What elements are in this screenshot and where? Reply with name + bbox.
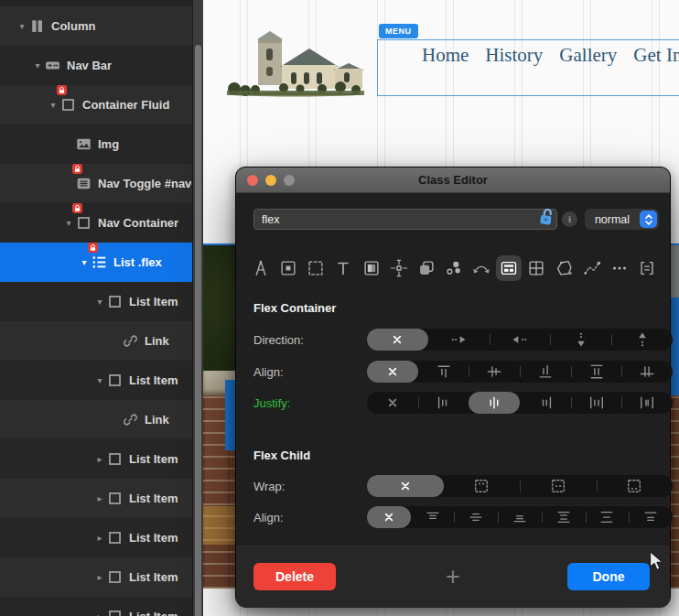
border-tab[interactable]	[275, 255, 301, 281]
state-dropdown[interactable]: normal	[585, 209, 659, 230]
layer-row-nav-bar[interactable]: ▾Nav Bar	[0, 46, 192, 85]
layer-row-nav-container[interactable]: ▾Nav Container	[0, 203, 192, 243]
wrap-option-wrap-bottom[interactable]	[597, 475, 674, 497]
compass-tab[interactable]	[248, 255, 274, 281]
grid-tab[interactable]	[523, 255, 549, 281]
animation-tab[interactable]	[579, 255, 605, 281]
layer-row-list-item[interactable]: ▸List Item	[0, 518, 192, 557]
layer-row-link[interactable]: Link	[0, 400, 192, 439]
disclosure-triangle[interactable]: ▾	[15, 21, 29, 31]
direction-option-column[interactable]	[550, 329, 611, 351]
direction-option-row-reverse[interactable]	[490, 329, 551, 351]
flex-layout-tab[interactable]	[496, 255, 522, 281]
direction-option-column-reverse[interactable]	[611, 329, 673, 351]
navbar-icon	[45, 58, 65, 73]
nav-link-gallery[interactable]: Gallery	[559, 44, 617, 67]
container-icon	[107, 609, 127, 616]
sidebar-scrollbar[interactable]	[192, 0, 203, 616]
dimensions-tab[interactable]	[386, 255, 412, 281]
layer-row-list-item[interactable]: ▸List Item	[0, 439, 192, 479]
shape-tab[interactable]	[552, 255, 577, 281]
menu-element-badge[interactable]: MENU	[379, 24, 418, 38]
custom-css-tab[interactable]	[634, 255, 660, 281]
spacing-tab[interactable]	[303, 255, 329, 281]
layer-row-nav-toggle-nav-toggle[interactable]: Nav Toggle #nav-toggle	[0, 164, 192, 203]
align-option-align-start[interactable]	[418, 361, 469, 383]
done-button[interactable]: Done	[567, 563, 650, 590]
child_align-option-self-between[interactable]	[586, 506, 630, 528]
dialog-titlebar[interactable]: Class Editor	[236, 168, 670, 193]
nav-link-get-involved[interactable]: Get Involved	[633, 44, 679, 67]
zoom-window-button[interactable]	[284, 175, 295, 186]
add-class-button[interactable]: +	[435, 561, 471, 592]
layer-row-container-fluid[interactable]: ▾Container Fluid	[0, 85, 192, 124]
wrap-option-wrap-top[interactable]	[444, 475, 521, 497]
layer-row-list-item[interactable]: ▸List Item	[0, 597, 192, 616]
close-window-button[interactable]	[247, 175, 258, 186]
child_align-option-self-bottom[interactable]	[498, 506, 542, 528]
disclosure-triangle[interactable]: ▾	[92, 297, 107, 307]
align-option-align-baseline[interactable]	[621, 361, 673, 383]
disclosure-triangle[interactable]: ▾	[30, 60, 45, 70]
container-icon	[76, 215, 96, 231]
disclosure-triangle[interactable]: ▸	[92, 533, 107, 543]
layer-row-list-item[interactable]: ▸List Item	[0, 557, 192, 597]
child_align-option-self-around[interactable]	[629, 506, 673, 528]
background-tab[interactable]	[359, 255, 384, 281]
disclosure-triangle[interactable]: ▸	[92, 572, 107, 582]
disclosure-triangle[interactable]: ▸	[92, 454, 107, 464]
container-icon	[107, 451, 127, 467]
nav-link-home[interactable]: Home	[422, 44, 469, 67]
child_align-option-self-top[interactable]	[411, 506, 455, 528]
justify-option-justify-end[interactable]	[520, 392, 571, 414]
disclosure-triangle[interactable]: ▸	[92, 611, 107, 616]
align-option-align-center[interactable]	[469, 361, 520, 383]
layer-row-img[interactable]: Img	[0, 124, 192, 164]
direction-option-none[interactable]	[367, 329, 428, 351]
link-icon	[123, 333, 143, 349]
unlock-icon[interactable]	[535, 204, 556, 229]
disclosure-triangle[interactable]: ▾	[46, 100, 60, 110]
minimize-window-button[interactable]	[265, 175, 276, 186]
align-option-align-end[interactable]	[520, 361, 571, 383]
color-tab[interactable]	[441, 255, 467, 281]
scrollbar-thumb[interactable]	[195, 45, 201, 616]
wrap-option-none[interactable]	[367, 475, 444, 497]
layer-label: List .flex	[113, 255, 162, 269]
delete-button[interactable]: Delete	[253, 563, 336, 590]
transition-tab[interactable]	[469, 255, 494, 281]
wrap-option-wrap-middle[interactable]	[520, 475, 597, 497]
justify-option-justify-start[interactable]	[418, 392, 469, 414]
layer-row-link[interactable]: Link	[0, 321, 192, 361]
nav-selection-outline[interactable]: Home History Gallery Get Involved	[377, 39, 679, 96]
child_align-option-self-center[interactable]	[454, 506, 498, 528]
disclosure-triangle[interactable]: ▸	[92, 493, 107, 503]
justify-option-none[interactable]	[367, 392, 418, 414]
justify-option-justify-between[interactable]	[571, 392, 622, 414]
layer-row-column[interactable]: ▾Column	[0, 6, 192, 46]
nav-link-history[interactable]: History	[485, 44, 543, 67]
direction-option-row[interactable]	[428, 329, 490, 351]
direction-segmented-control	[367, 329, 673, 351]
container-icon	[107, 530, 127, 546]
justify-option-justify-center[interactable]	[469, 392, 520, 414]
disclosure-triangle[interactable]: ▾	[92, 375, 107, 385]
shadow-tab[interactable]	[414, 255, 439, 281]
layer-row-list-item[interactable]: ▾List Item	[0, 361, 192, 400]
church-image[interactable]	[225, 30, 366, 102]
disclosure-triangle[interactable]: ▾	[77, 257, 92, 267]
wrap-segmented-control	[367, 475, 673, 497]
info-icon[interactable]: i	[562, 211, 577, 227]
more-tab[interactable]	[607, 255, 632, 281]
layer-row-list-item[interactable]: ▾List Item	[0, 282, 192, 321]
child_align-option-none[interactable]	[367, 506, 411, 528]
align-option-align-stretch[interactable]	[571, 361, 622, 383]
class-name-input[interactable]	[254, 210, 556, 229]
justify-option-justify-around[interactable]	[621, 392, 673, 414]
child_align-option-self-stretch[interactable]	[542, 506, 586, 528]
align-option-none[interactable]	[367, 361, 418, 383]
disclosure-triangle[interactable]: ▾	[61, 218, 76, 228]
layer-row-list-item[interactable]: ▸List Item	[0, 479, 192, 518]
layer-row-list-flex[interactable]: ▾List .flex	[0, 243, 192, 282]
typography-tab[interactable]	[330, 255, 356, 281]
